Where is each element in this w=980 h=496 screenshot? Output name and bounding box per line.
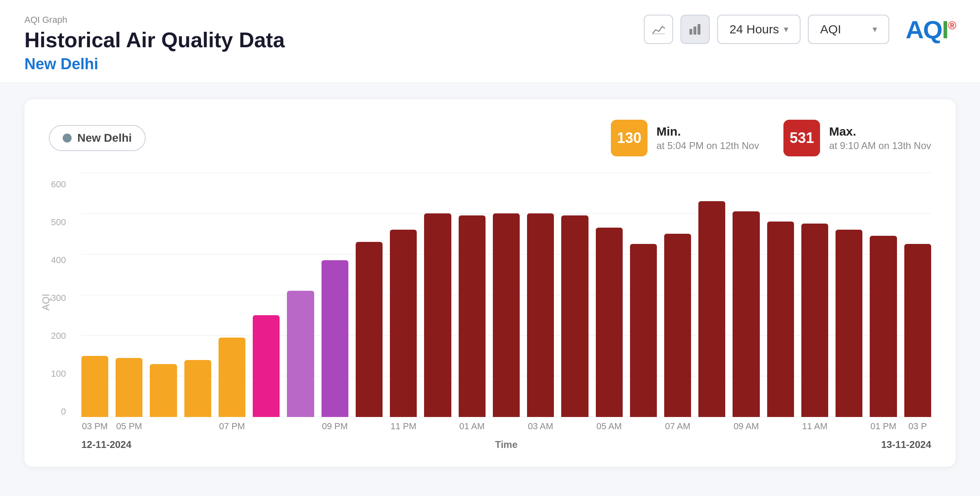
- bar: [767, 222, 794, 417]
- y-label: 300: [51, 294, 66, 303]
- x-label: [493, 421, 520, 432]
- x-label: [150, 421, 177, 432]
- bar: [322, 260, 348, 417]
- svg-rect-2: [693, 26, 696, 35]
- bar: [904, 244, 931, 417]
- y-axis-title: AQI: [40, 294, 52, 310]
- bar: [733, 211, 759, 417]
- bars-container: [81, 173, 931, 417]
- min-value: 130: [617, 129, 641, 147]
- app-logo: AQI®: [906, 15, 956, 44]
- line-chart-btn[interactable]: [644, 15, 673, 44]
- bar-group: [424, 213, 451, 417]
- bar-group: [767, 222, 794, 417]
- bar: [664, 234, 691, 417]
- bar-group: [390, 230, 417, 417]
- bar: [150, 364, 177, 417]
- x-label: [767, 421, 794, 432]
- min-badge: 130: [611, 120, 648, 156]
- bar: [356, 242, 383, 417]
- x-labels: 03 PM05 PM07 PM09 PM11 PM01 AM03 AM05 AM…: [81, 421, 931, 432]
- x-label: 03 P: [904, 421, 931, 432]
- x-label: 11 AM: [801, 421, 828, 432]
- header-left: AQI Graph Historical Air Quality Data Ne…: [24, 15, 285, 73]
- legend-dot: [63, 134, 72, 143]
- bar-group: [870, 236, 897, 417]
- bar: [561, 215, 588, 417]
- bar-group: [630, 244, 657, 417]
- chart-top: New Delhi 130 Min. at 5:04 PM on 12th No…: [49, 120, 931, 156]
- x-label: [356, 421, 383, 432]
- max-badge: 531: [783, 120, 820, 156]
- x-label: [630, 421, 657, 432]
- bar-group: [184, 360, 211, 417]
- svg-rect-3: [698, 24, 700, 35]
- bar-group: [836, 230, 862, 417]
- page-subtitle: AQI Graph: [24, 15, 285, 25]
- bar-group: [733, 211, 759, 417]
- x-label: [184, 421, 211, 432]
- y-label: 0: [61, 407, 66, 416]
- bar-group: [527, 213, 554, 417]
- bar: [493, 213, 520, 417]
- chart-plot: 03 PM05 PM07 PM09 PM11 PM01 AM03 AM05 AM…: [81, 173, 931, 432]
- metric-dropdown[interactable]: AQI ▾: [808, 15, 889, 44]
- bar-group: [698, 201, 725, 417]
- bar: [390, 230, 417, 417]
- time-center-label: Time: [131, 439, 881, 450]
- legend-label: New Delhi: [77, 132, 132, 145]
- bar: [81, 356, 108, 417]
- bar-group: [253, 315, 280, 417]
- bar: [116, 358, 142, 417]
- stats-group: 130 Min. at 5:04 PM on 12th Nov 531 Max.…: [611, 120, 931, 156]
- bar: [219, 338, 245, 417]
- chevron-down-icon-2: ▾: [873, 24, 877, 35]
- date-row: 12-11-2024 Time 13-11-2024: [49, 439, 931, 450]
- chevron-down-icon: ▾: [784, 24, 788, 35]
- bar: [184, 360, 211, 417]
- y-axis-labels: 0100200300400500600: [49, 180, 73, 424]
- x-label: 09 AM: [733, 421, 759, 432]
- x-label: [287, 421, 314, 432]
- bar-group: [596, 228, 623, 417]
- main-content: New Delhi 130 Min. at 5:04 PM on 12th No…: [0, 83, 980, 483]
- min-sub: at 5:04 PM on 12th Nov: [656, 140, 759, 151]
- bar-group: [81, 356, 108, 417]
- bar-group: [356, 242, 383, 417]
- bar: [424, 213, 451, 417]
- x-label: 07 PM: [219, 421, 245, 432]
- bar: [836, 230, 862, 417]
- bar: [527, 213, 554, 417]
- max-info: Max. at 9:10 AM on 13th Nov: [829, 125, 931, 151]
- bar-group: [904, 244, 931, 417]
- x-label: 05 PM: [116, 421, 142, 432]
- bar: [459, 215, 486, 417]
- legend-pill: New Delhi: [49, 125, 146, 151]
- bar: [698, 201, 725, 417]
- time-range-label: 24 Hours: [729, 22, 779, 36]
- bar-group: [664, 234, 691, 417]
- max-label: Max.: [829, 125, 931, 138]
- bar-group: [459, 215, 486, 417]
- y-label: 400: [51, 256, 66, 265]
- x-label: 01 PM: [870, 421, 897, 432]
- x-label: 05 AM: [596, 421, 623, 432]
- bar-group: [150, 364, 177, 417]
- x-label: [253, 421, 280, 432]
- chart-wrapper: AQI 0100200300400500600: [49, 173, 931, 432]
- max-value: 531: [790, 129, 814, 147]
- y-label: 600: [51, 180, 66, 189]
- time-range-dropdown[interactable]: 24 Hours ▾: [717, 15, 801, 44]
- y-label: 100: [51, 369, 66, 378]
- bar: [801, 224, 828, 417]
- x-label: [561, 421, 588, 432]
- y-label: 200: [51, 331, 66, 340]
- x-label: 01 AM: [459, 421, 486, 432]
- bar-chart-btn[interactable]: [680, 15, 710, 44]
- bar-group: [801, 224, 828, 417]
- location-label: New Delhi: [24, 55, 285, 73]
- min-stat: 130 Min. at 5:04 PM on 12th Nov: [611, 120, 759, 156]
- bar-group: [287, 291, 314, 417]
- y-label: 500: [51, 218, 66, 227]
- x-label: 03 PM: [81, 421, 108, 432]
